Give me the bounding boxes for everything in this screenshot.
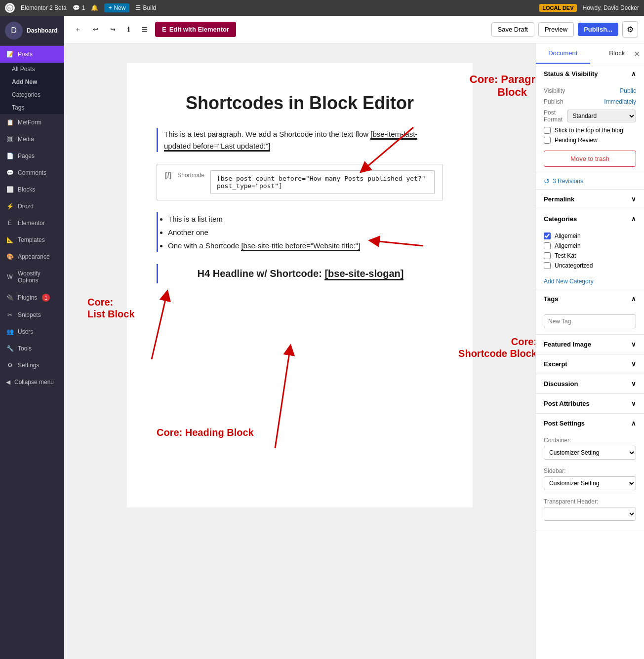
sidebar: D Dashboard 📝 Posts All Posts Add New Ca… (0, 16, 64, 659)
post-attributes-header[interactable]: Post Attributes ∨ (536, 394, 644, 413)
panel-tabs: Document Block ✕ (536, 43, 644, 64)
category-allgemein-checkbox[interactable] (544, 242, 551, 249)
sidebar-select[interactable]: Customizer Setting (544, 476, 636, 490)
list-view-icon: ☰ (142, 26, 148, 33)
excerpt-section: Excerpt ∨ (536, 354, 644, 374)
notification[interactable]: 🔔 (91, 4, 98, 11)
list-block[interactable]: This is a list item Another one One with… (157, 212, 443, 252)
build-item[interactable]: ☰ Build (135, 4, 156, 11)
metform-icon: 📋 (6, 119, 14, 126)
status-visibility-body: Visibility Public Publish Immediately Po… (536, 83, 644, 173)
wp-layout: D Dashboard 📝 Posts All Posts Add New Ca… (0, 16, 644, 659)
tags-input[interactable] (544, 314, 636, 328)
sidebar-submenu-posts: All Posts Add New Categories Tags (0, 63, 64, 114)
sidebar-item-templates[interactable]: 📐 Templates (0, 232, 64, 248)
plugins-badge: 1 (42, 294, 50, 302)
sidebar-item-drozd[interactable]: ⚡ Drozd (0, 198, 64, 215)
tab-document[interactable]: Document (536, 43, 590, 64)
discussion-header[interactable]: Discussion ∨ (536, 374, 644, 393)
info-button[interactable]: ℹ (123, 22, 134, 37)
discussion-section: Discussion ∨ (536, 374, 644, 394)
shortcode-block[interactable]: [/] Shortcode [bse-post-count before="Ho… (157, 164, 443, 200)
paragraph-block[interactable]: This is a test paragraph. We add a Short… (157, 128, 443, 152)
container-field: Container: Customizer Setting (544, 437, 636, 464)
revisions-row[interactable]: ↺ 3 Revisions (536, 173, 644, 189)
heading-block[interactable]: H4 Headline w/ Shortcode: [bse-site-slog… (157, 264, 443, 283)
category-test-kat-checkbox[interactable] (544, 252, 551, 259)
sidebar-dashboard-label[interactable]: Dashboard (27, 27, 58, 34)
post-title[interactable]: Shortcodes in Block Editor (157, 93, 443, 114)
sidebar-item-tags[interactable]: Tags (0, 101, 64, 114)
excerpt-chevron-icon: ∨ (631, 360, 636, 368)
category-allgemein-checked-checkbox[interactable] (544, 233, 551, 239)
sidebar-item-posts[interactable]: 📝 Posts (0, 46, 64, 63)
plugins-icon: 🔌 (6, 294, 14, 301)
sidebar-item-all-posts[interactable]: All Posts (0, 63, 64, 76)
preview-button[interactable]: Preview (538, 22, 574, 37)
panel-close-button[interactable]: ✕ (634, 49, 640, 58)
tags-header[interactable]: Tags ∧ (536, 289, 644, 309)
sidebar-item-users[interactable]: 👥 Users (0, 323, 64, 340)
permalink-section: Permalink ∨ (536, 190, 644, 209)
sidebar-item-media[interactable]: 🖼 Media (0, 131, 64, 148)
collapse-icon: ◀ (6, 379, 10, 386)
editor-settings-button[interactable]: ⚙ (622, 21, 638, 38)
tools-icon: 🔧 (6, 345, 14, 352)
edit-with-elementor-button[interactable]: E Edit with Elementor (155, 22, 236, 37)
sidebar-item-settings[interactable]: ⚙ Settings (0, 357, 64, 374)
sidebar-field: Sidebar: Customizer Setting (544, 467, 636, 494)
pending-review-checkbox[interactable] (544, 137, 551, 144)
stick-top-checkbox[interactable] (544, 127, 551, 134)
list-view-button[interactable]: ☰ (137, 22, 152, 37)
publish-button[interactable]: Publish... (578, 23, 618, 36)
sidebar-item-elementor[interactable]: E Elementor (0, 215, 64, 232)
editor-canvas[interactable]: Core: Paragraph Block Shortcodes in Bloc… (64, 43, 535, 659)
categories-header[interactable]: Categories ∧ (536, 209, 644, 229)
sidebar-item-metform[interactable]: 📋 MetForm (0, 114, 64, 131)
visibility-row: Visibility Public (544, 87, 636, 94)
insert-block-button[interactable]: ＋ (70, 22, 85, 38)
save-draft-button[interactable]: Save Draft (491, 22, 534, 37)
posts-icon: 📝 (6, 51, 14, 58)
post-settings-header[interactable]: Post Settings ∧ (536, 414, 644, 433)
toolbar-left: ＋ ↩ ↪ ℹ ☰ E Edit with Elementor (70, 22, 236, 38)
sidebar-item-woostify[interactable]: W Woostify Options (0, 265, 64, 289)
featured-image-header[interactable]: Featured Image ∨ (536, 335, 644, 354)
redo-button[interactable]: ↪ (106, 22, 120, 37)
blocks-icon: ⬜ (6, 186, 14, 193)
move-to-trash-button[interactable]: Move to trash (544, 151, 636, 167)
sidebar-item-snippets[interactable]: ✂ Snippets (0, 307, 64, 323)
excerpt-header[interactable]: Excerpt ∨ (536, 354, 644, 374)
site-name[interactable]: Elementor 2 Beta (21, 4, 67, 11)
category-item-uncategorized: Uncategorized (544, 262, 636, 269)
transparent-header-field: Transparent Header: (544, 498, 636, 525)
sidebar-item-plugins[interactable]: 🔌 Plugins 1 (0, 289, 64, 307)
sidebar-item-blocks[interactable]: ⬜ Blocks (0, 181, 64, 198)
transparent-header-select[interactable] (544, 507, 636, 521)
container-select[interactable]: Customizer Setting (544, 446, 636, 460)
editor-container: Core: Paragraph Block Shortcodes in Bloc… (64, 43, 644, 659)
post-format-select[interactable]: Standard (567, 110, 636, 122)
categories-chevron-icon: ∧ (631, 215, 636, 223)
sidebar-item-categories[interactable]: Categories (0, 88, 64, 101)
post-format-row: Post Format Standard (544, 109, 636, 123)
sidebar-item-comments[interactable]: 💬 Comments (0, 164, 64, 181)
shortcode-block-value[interactable]: [bse-post-count before="How many Posts p… (210, 170, 435, 194)
new-button[interactable]: + New (104, 3, 129, 12)
undo-button[interactable]: ↩ (88, 22, 103, 37)
wp-logo[interactable]: W (5, 3, 15, 13)
collapse-menu-button[interactable]: ◀ Collapse menu (0, 374, 64, 390)
permalink-header[interactable]: Permalink ∨ (536, 190, 644, 209)
sidebar-item-tools[interactable]: 🔧 Tools (0, 340, 64, 357)
sidebar-item-appearance[interactable]: 🎨 Appearance (0, 248, 64, 265)
post-settings-body: Container: Customizer Setting Sidebar: C… (536, 433, 644, 531)
tags-chevron-icon: ∧ (631, 295, 636, 303)
status-visibility-header[interactable]: Status & Visibility ∧ (536, 64, 644, 83)
greeting[interactable]: Howdy, David Decker (583, 4, 639, 11)
comment-count[interactable]: 💬 1 (73, 4, 85, 11)
list-item-3: One with a Shortcode [bse-site-title bef… (168, 239, 443, 252)
sidebar-item-pages[interactable]: 📄 Pages (0, 148, 64, 164)
sidebar-item-add-new[interactable]: Add New (0, 76, 64, 88)
category-uncategorized-checkbox[interactable] (544, 262, 551, 269)
add-new-category-link[interactable]: Add New Category (536, 276, 644, 289)
